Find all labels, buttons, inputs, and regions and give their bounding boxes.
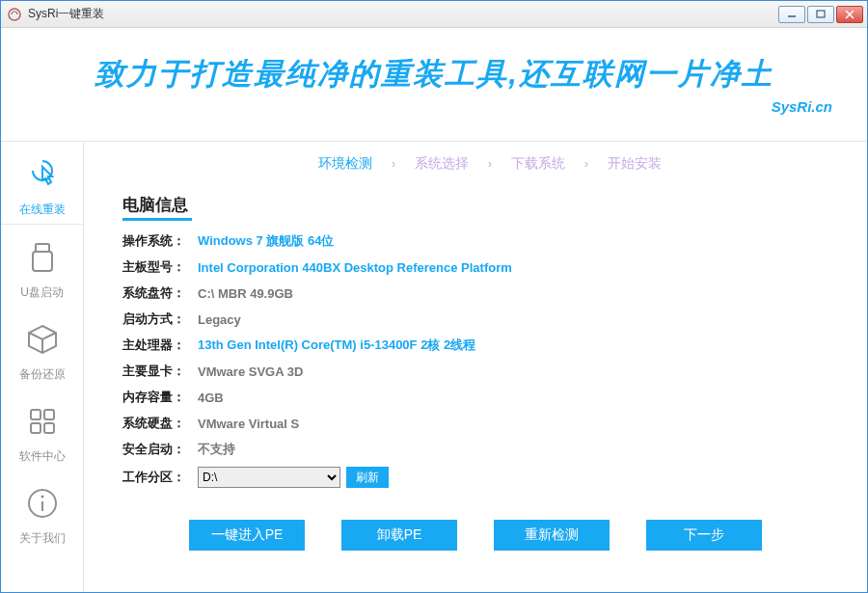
banner-site: SysRi.cn bbox=[772, 98, 832, 115]
info-value-cpu[interactable]: 13th Gen Intel(R) Core(TM) i5-13400F 2核 … bbox=[198, 337, 475, 354]
svg-rect-10 bbox=[44, 423, 54, 433]
step-install[interactable]: 开始安装 bbox=[608, 155, 662, 173]
section-title: 电脑信息 bbox=[122, 194, 828, 216]
chevron-right-icon: › bbox=[488, 157, 492, 171]
sidebar-item-label: 备份还原 bbox=[19, 366, 66, 383]
info-row-os: 操作系统： Windows 7 旗舰版 64位 bbox=[122, 232, 828, 250]
info-value-boot: Legacy bbox=[198, 312, 241, 327]
svg-rect-6 bbox=[33, 252, 52, 271]
refresh-button[interactable]: 刷新 bbox=[346, 467, 389, 488]
window-title: SysRi一键重装 bbox=[28, 6, 778, 22]
titlebar: SysRi一键重装 bbox=[1, 1, 867, 28]
info-value-secureboot: 不支持 bbox=[198, 441, 235, 458]
sidebar-item-backup-restore[interactable]: 备份还原 bbox=[1, 307, 83, 389]
info-row-cpu: 主处理器： 13th Gen Intel(R) Core(TM) i5-1340… bbox=[122, 337, 828, 354]
info-value-gpu: VMware SVGA 3D bbox=[198, 364, 303, 379]
unload-pe-button[interactable]: 卸载PE bbox=[341, 520, 457, 551]
window-controls bbox=[778, 6, 863, 23]
info-row-workpart: 工作分区： D:\ 刷新 bbox=[122, 467, 828, 488]
step-download[interactable]: 下载系统 bbox=[511, 155, 565, 173]
info-row-boot: 启动方式： Legacy bbox=[122, 310, 828, 328]
info-row-ram: 内存容量： 4GB bbox=[122, 389, 828, 406]
step-system-select[interactable]: 系统选择 bbox=[415, 155, 469, 173]
svg-rect-7 bbox=[31, 410, 41, 419]
info-label: 安全启动： bbox=[122, 441, 198, 458]
sidebar-item-online-reinstall[interactable]: 在线重装 bbox=[1, 142, 83, 225]
sidebar-item-label: 软件中心 bbox=[19, 448, 66, 465]
info-label: 系统盘符： bbox=[122, 284, 198, 302]
info-icon bbox=[19, 480, 66, 526]
sidebar-item-label: 关于我们 bbox=[19, 530, 66, 547]
wizard-steps: 环境检测 › 系统选择 › 下载系统 › 开始安装 bbox=[151, 155, 828, 173]
main-window: SysRi一键重装 致力于打造最纯净的重装工具,还互联网一片净土 SysRi.c… bbox=[0, 0, 868, 593]
box-icon bbox=[19, 316, 66, 363]
svg-point-12 bbox=[41, 496, 43, 499]
maximize-button[interactable] bbox=[807, 6, 834, 23]
recheck-button[interactable]: 重新检测 bbox=[494, 520, 610, 551]
info-value-sysdrive: C:\ MBR 49.9GB bbox=[198, 286, 293, 301]
sidebar: 在线重装 U盘启动 备份还原 bbox=[1, 142, 84, 592]
banner: 致力于打造最纯净的重装工具,还互联网一片净土 SysRi.cn bbox=[1, 28, 867, 142]
app-icon bbox=[7, 7, 22, 22]
info-row-sysdrive: 系统盘符： C:\ MBR 49.9GB bbox=[122, 284, 828, 302]
touch-icon bbox=[19, 151, 66, 198]
svg-rect-8 bbox=[44, 410, 54, 419]
sidebar-item-software-center[interactable]: 软件中心 bbox=[1, 389, 83, 471]
sidebar-item-label: 在线重装 bbox=[19, 202, 66, 218]
section-underline bbox=[122, 218, 192, 221]
next-button[interactable]: 下一步 bbox=[646, 520, 762, 551]
step-env-check[interactable]: 环境检测 bbox=[318, 155, 372, 173]
sidebar-item-label: U盘启动 bbox=[20, 284, 64, 301]
chevron-right-icon: › bbox=[392, 157, 395, 171]
enter-pe-button[interactable]: 一键进入PE bbox=[189, 520, 305, 551]
info-row-secureboot: 安全启动： 不支持 bbox=[122, 441, 828, 458]
banner-slogan: 致力于打造最纯净的重装工具,还互联网一片净土 bbox=[95, 54, 773, 94]
usb-icon bbox=[19, 234, 66, 281]
sidebar-item-usb-boot[interactable]: U盘启动 bbox=[1, 225, 83, 307]
close-button[interactable] bbox=[836, 6, 863, 23]
apps-icon bbox=[19, 398, 66, 445]
chevron-right-icon: › bbox=[584, 157, 588, 171]
info-value-os[interactable]: Windows 7 旗舰版 64位 bbox=[198, 232, 334, 250]
svg-point-0 bbox=[9, 9, 20, 20]
minimize-button[interactable] bbox=[778, 6, 805, 23]
workpart-select[interactable]: D:\ bbox=[198, 467, 340, 488]
info-label: 内存容量： bbox=[122, 389, 198, 406]
info-value-disk: VMware Virtual S bbox=[198, 417, 299, 431]
footer-buttons: 一键进入PE 卸载PE 重新检测 下一步 bbox=[122, 520, 828, 551]
info-value-ram: 4GB bbox=[198, 391, 224, 405]
info-row-gpu: 主要显卡： VMware SVGA 3D bbox=[122, 363, 828, 380]
info-row-disk: 系统硬盘： VMware Virtual S bbox=[122, 415, 828, 432]
info-label: 工作分区： bbox=[122, 469, 198, 486]
info-label: 主要显卡： bbox=[122, 363, 198, 380]
info-label: 启动方式： bbox=[122, 310, 198, 328]
svg-rect-5 bbox=[36, 244, 49, 252]
info-label: 主处理器： bbox=[122, 337, 198, 354]
svg-rect-9 bbox=[31, 423, 41, 433]
info-value-board[interactable]: Intel Corporation 440BX Desktop Referenc… bbox=[198, 260, 512, 275]
sidebar-item-about[interactable]: 关于我们 bbox=[1, 471, 83, 553]
info-label: 系统硬盘： bbox=[122, 415, 198, 432]
info-label: 操作系统： bbox=[122, 232, 198, 250]
info-label: 主板型号： bbox=[122, 258, 198, 276]
info-row-board: 主板型号： Intel Corporation 440BX Desktop Re… bbox=[122, 258, 828, 276]
svg-rect-2 bbox=[817, 11, 825, 17]
content: 环境检测 › 系统选择 › 下载系统 › 开始安装 电脑信息 操作系统： Win… bbox=[84, 142, 867, 592]
